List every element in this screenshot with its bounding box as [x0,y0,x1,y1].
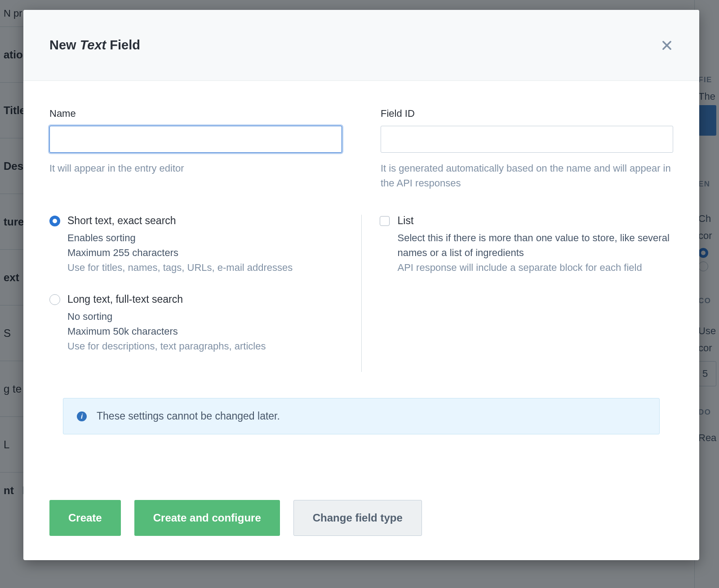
short-text-option[interactable]: Short text, exact search Enables sorting… [49,215,343,275]
create-button[interactable]: Create [49,500,121,536]
list-option[interactable]: List Select this if there is more than o… [380,215,674,275]
name-input[interactable] [49,126,342,153]
close-icon[interactable] [661,39,673,52]
radio-unselected-icon [49,294,60,305]
short-text-desc2: Maximum 255 characters [67,245,343,260]
name-label: Name [49,108,342,119]
title-type: Text [80,38,107,52]
create-configure-button[interactable]: Create and configure [134,500,280,536]
list-desc: Select this if there is more than one va… [398,230,674,260]
long-text-title: Long text, full-text search [67,293,343,305]
short-text-title: Short text, exact search [67,215,343,227]
long-text-hint: Use for descriptions, text paragraphs, a… [67,339,343,354]
field-id-label: Field ID [381,108,673,119]
name-help: It will appear in the entry editor [49,161,342,176]
field-id-help: It is generated automatically based on t… [381,161,673,190]
modal-title: New Text Field [49,38,140,53]
short-text-hint: Use for titles, names, tags, URLs, e-mai… [67,260,343,275]
modal-body: Name It will appear in the entry editor … [23,81,699,468]
info-text: These settings cannot be changed later. [97,410,280,422]
long-text-option[interactable]: Long text, full-text search No sorting M… [49,293,343,354]
list-title: List [398,215,674,227]
list-hint: API response will include a separate blo… [398,260,674,275]
title-prefix: New [49,38,80,52]
field-id-input[interactable] [381,126,673,153]
modal-footer: Create Create and configure Change field… [23,500,699,560]
long-text-desc2: Maximum 50k characters [67,324,343,339]
radio-selected-icon [49,216,60,226]
new-field-modal: New Text Field Name It will appear in th… [23,10,699,560]
change-field-type-button[interactable]: Change field type [293,500,422,536]
short-text-desc1: Enables sorting [67,230,343,245]
checkbox-unchecked-icon [380,216,390,226]
title-suffix: Field [106,38,140,52]
modal-header: New Text Field [23,10,699,81]
long-text-desc1: No sorting [67,309,343,324]
info-icon: i [77,411,87,421]
info-banner: i These settings cannot be changed later… [63,398,660,434]
